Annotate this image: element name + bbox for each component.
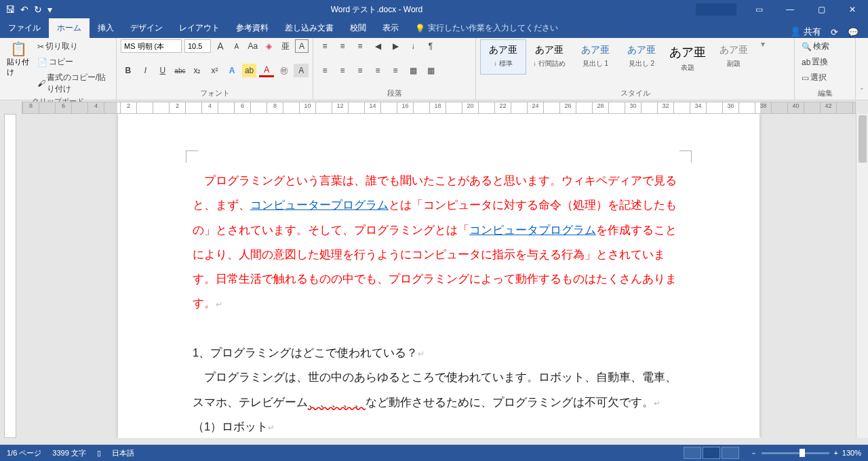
link-computer-program[interactable]: コンピュータープログラム: [250, 199, 389, 211]
sort-button[interactable]: ↓: [406, 39, 420, 53]
align-right-button[interactable]: ≡: [353, 64, 368, 77]
underline-button[interactable]: U: [155, 64, 170, 77]
close-icon[interactable]: ✕: [837, 0, 868, 19]
copy-button[interactable]: 📄コピー: [35, 55, 112, 69]
vertical-ruler[interactable]: [0, 114, 22, 438]
zoom-in-button[interactable]: +: [833, 449, 837, 457]
format-painter-button[interactable]: 🖌書式のコピー/貼り付け: [35, 71, 112, 96]
minimize-icon[interactable]: —: [774, 0, 806, 19]
shrink-font-button[interactable]: A: [230, 39, 243, 53]
align-left-button[interactable]: ≡: [317, 64, 332, 77]
grow-font-button[interactable]: A: [214, 39, 227, 53]
tab-design[interactable]: デザイン: [122, 18, 171, 38]
scrollbar-thumb[interactable]: [859, 115, 867, 163]
style-title[interactable]: あア亜表題: [665, 39, 711, 75]
zoom-slider-thumb[interactable]: [800, 449, 805, 457]
heading-1[interactable]: 1、プログラミングはどこで使われている？↵: [193, 340, 685, 365]
highlight-button[interactable]: ab: [242, 64, 257, 77]
vertical-scrollbar[interactable]: [856, 114, 868, 438]
document-scroll[interactable]: プログラミングという言葉は、誰でも聞いたことがあると思います。ウィキペディアで見…: [22, 114, 856, 438]
ribbon-options-icon[interactable]: ▭: [743, 0, 774, 19]
style-heading2[interactable]: あア亜見出し 2: [618, 39, 665, 75]
style-heading1[interactable]: あア亜見出し 1: [572, 39, 618, 75]
zoom-out-button[interactable]: －: [750, 448, 757, 458]
web-layout-button[interactable]: [722, 447, 739, 459]
superscript-button[interactable]: x²: [208, 64, 222, 77]
styles-more-icon[interactable]: ▾: [757, 39, 769, 75]
tab-file[interactable]: ファイル: [0, 18, 49, 38]
user-account[interactable]: [696, 3, 736, 16]
style-normal[interactable]: あア亜↓ 標準: [480, 39, 526, 75]
change-case-button[interactable]: Aa: [246, 39, 260, 53]
tab-insert[interactable]: 挿入: [90, 18, 122, 38]
document-body[interactable]: プログラミングという言葉は、誰でも聞いたことがあると思います。ウィキペディアで見…: [193, 168, 685, 438]
undo-icon[interactable]: ↶: [20, 4, 28, 15]
ribbon-collapse-icon[interactable]: ˇ: [856, 85, 868, 100]
link-computer-program-2[interactable]: コンピュータプログラム: [469, 224, 596, 236]
tab-references[interactable]: 参考資料: [228, 18, 277, 38]
find-button[interactable]: 🔍検索: [799, 39, 851, 54]
text-effects-button[interactable]: A: [224, 64, 239, 77]
tell-me[interactable]: 💡 実行したい作業を入力してください: [407, 18, 790, 38]
word-count[interactable]: 3399 文字: [52, 448, 86, 458]
tab-layout[interactable]: レイアウト: [171, 18, 228, 38]
qat-dropdown-icon[interactable]: ▾: [47, 4, 52, 15]
style-nospacing[interactable]: あア亜↓ 行間詰め: [526, 39, 572, 75]
copy-icon: 📄: [37, 58, 47, 67]
enclose-char-button[interactable]: ㊕: [277, 64, 292, 77]
borders-button[interactable]: ▦: [423, 64, 438, 77]
font-size-select[interactable]: 10.5: [184, 39, 211, 53]
font-color-button[interactable]: A: [259, 64, 274, 77]
paragraph-1[interactable]: プログラミングという言葉は、誰でも聞いたことがあると思います。ウィキペディアで見…: [193, 168, 685, 316]
decrease-indent-button[interactable]: ◀: [370, 39, 385, 53]
tab-view[interactable]: 表示: [374, 18, 407, 38]
spelling-error[interactable]: 、、、、、: [308, 396, 366, 408]
heading-2[interactable]: （1）ロボット↵: [193, 414, 685, 438]
paste-button[interactable]: 📋 貼り付け: [4, 39, 33, 96]
show-marks-button[interactable]: ¶: [423, 39, 438, 53]
char-border-button[interactable]: A: [295, 39, 309, 53]
redo-icon[interactable]: ↻: [34, 4, 42, 15]
tab-review[interactable]: 校閲: [342, 18, 374, 38]
print-layout-button[interactable]: [703, 447, 720, 459]
increase-indent-button[interactable]: ▶: [388, 39, 403, 53]
tab-mailings[interactable]: 差し込み文書: [277, 18, 342, 38]
bullets-button[interactable]: ≡: [317, 39, 332, 53]
maximize-icon[interactable]: ▢: [806, 0, 837, 19]
tab-home[interactable]: ホーム: [49, 18, 90, 38]
line-spacing-button[interactable]: ≡: [388, 64, 403, 77]
clear-format-button[interactable]: ◈: [262, 39, 276, 53]
justify-button[interactable]: ≡: [370, 64, 385, 77]
history-icon[interactable]: ⟳: [831, 27, 838, 37]
align-center-button[interactable]: ≡: [335, 64, 350, 77]
page-count[interactable]: 1/6 ページ: [7, 448, 41, 458]
proofing-icon[interactable]: ▯: [97, 449, 101, 458]
phonetic-button[interactable]: 亜: [279, 39, 292, 53]
language-status[interactable]: 日本語: [112, 448, 134, 458]
font-family-select[interactable]: MS 明朝 (本: [121, 39, 182, 53]
save-icon[interactable]: 🖫: [5, 4, 15, 15]
comment-icon[interactable]: 💬: [848, 27, 859, 37]
zoom-slider[interactable]: [762, 452, 829, 454]
status-bar: 1/6 ページ 3399 文字 ▯ 日本語 － + 130%: [0, 445, 868, 461]
blank-line[interactable]: [193, 316, 685, 340]
multilevel-button[interactable]: ≡: [353, 39, 368, 53]
page[interactable]: プログラミングという言葉は、誰でも聞いたことがあると思います。ウィキペディアで見…: [118, 114, 760, 438]
zoom-level[interactable]: 130%: [842, 449, 861, 457]
bold-button[interactable]: B: [121, 64, 136, 77]
read-mode-button[interactable]: [684, 447, 701, 459]
styles-gallery[interactable]: あア亜↓ 標準 あア亜↓ 行間詰め あア亜見出し 1 あア亜見出し 2 あア亜表…: [480, 39, 790, 75]
replace-button[interactable]: ab置換: [799, 55, 851, 69]
shading-button[interactable]: ▦: [406, 64, 420, 77]
numbering-button[interactable]: ≡: [335, 39, 350, 53]
subscript-button[interactable]: x₂: [190, 64, 205, 77]
paragraph-2[interactable]: プログラミングは、世の中のあらゆるところで使われています。ロボット、自動車、電車…: [193, 365, 685, 414]
strike-button[interactable]: abc: [173, 64, 188, 77]
cut-button[interactable]: ✂切り取り: [35, 39, 112, 54]
share-icon[interactable]: 👤 共有: [790, 26, 821, 38]
horizontal-ruler[interactable]: 8642246810121416182022242628303234363840…: [22, 102, 856, 114]
style-subtitle[interactable]: あア亜副題: [711, 39, 757, 75]
select-button[interactable]: ▭選択: [799, 71, 851, 85]
italic-button[interactable]: I: [138, 64, 153, 77]
char-shading-button[interactable]: A: [294, 64, 309, 77]
